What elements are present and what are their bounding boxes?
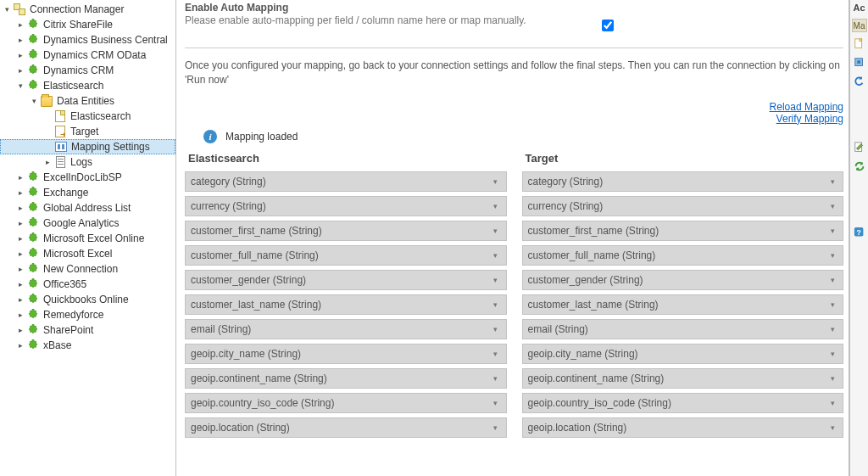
- source-field-dropdown[interactable]: customer_full_name (String)▾: [185, 245, 507, 266]
- chevron-down-icon[interactable]: ▾: [826, 299, 838, 311]
- expand-icon[interactable]: ▸: [15, 233, 25, 244]
- chevron-down-icon[interactable]: ▾: [826, 176, 838, 188]
- chevron-down-icon[interactable]: ▾: [490, 348, 502, 360]
- chevron-down-icon[interactable]: ▾: [490, 200, 502, 212]
- collapse-icon[interactable]: ▾: [2, 4, 12, 14]
- chevron-down-icon[interactable]: ▾: [490, 249, 502, 261]
- target-field-dropdown[interactable]: geoip.location (String)▾: [522, 417, 844, 438]
- expand-icon[interactable]: ▸: [42, 157, 53, 167]
- expand-icon[interactable]: ▸: [15, 35, 25, 45]
- tree-item[interactable]: Mapping Settings: [0, 139, 175, 154]
- tree-item[interactable]: ▸New Connection: [0, 261, 175, 277]
- tree-item[interactable]: ▸Dynamics Business Central: [0, 32, 175, 48]
- target-field-dropdown[interactable]: geoip.country_iso_code (String)▾: [522, 393, 844, 413]
- reload-mapping-link[interactable]: Reload Mapping: [185, 101, 843, 113]
- chevron-down-icon[interactable]: ▾: [490, 176, 502, 188]
- verify-mapping-link[interactable]: Verify Mapping: [185, 113, 843, 125]
- tree-item[interactable]: ▸Dynamics CRM: [0, 63, 175, 78]
- chevron-down-icon[interactable]: ▾: [490, 397, 502, 409]
- new-document-icon[interactable]: [853, 37, 866, 51]
- expand-icon[interactable]: ▸: [15, 279, 25, 289]
- target-field-dropdown[interactable]: email (String)▾: [522, 319, 844, 339]
- tree-item[interactable]: ▸Logs: [0, 154, 175, 170]
- enable-auto-mapping-checkbox[interactable]: [602, 20, 614, 31]
- target-field-dropdown[interactable]: geoip.city_name (String)▾: [522, 344, 844, 364]
- puzzle-icon: [26, 18, 40, 31]
- chevron-down-icon[interactable]: ▾: [826, 323, 838, 335]
- expand-icon[interactable]: ▸: [15, 50, 25, 60]
- expand-icon[interactable]: ▸: [15, 188, 25, 198]
- tree-item[interactable]: ▸Remedyforce: [0, 307, 175, 322]
- tree-item[interactable]: ▸Office365: [0, 277, 175, 292]
- collapse-icon[interactable]: ▾: [15, 81, 25, 91]
- chevron-down-icon[interactable]: ▾: [490, 372, 502, 384]
- tree-root[interactable]: ▾ Connection Manager: [0, 2, 175, 17]
- target-field-dropdown[interactable]: geoip.continent_name (String)▾: [522, 368, 844, 389]
- target-field-dropdown[interactable]: customer_gender (String)▾: [522, 270, 844, 290]
- tree-item[interactable]: ▸Quickbooks Online: [0, 292, 175, 307]
- tree-item[interactable]: ▸Google Analytics: [0, 216, 175, 231]
- chevron-down-icon[interactable]: ▾: [826, 348, 838, 360]
- source-field-dropdown[interactable]: geoip.city_name (String)▾: [185, 344, 507, 364]
- tree-item[interactable]: ▾Elasticsearch: [0, 78, 175, 93]
- target-field-dropdown[interactable]: customer_full_name (String)▾: [522, 245, 844, 266]
- chevron-down-icon[interactable]: ▾: [826, 249, 838, 261]
- edit-page-icon[interactable]: [853, 141, 866, 154]
- expand-icon[interactable]: ▸: [15, 310, 25, 320]
- mapping-settings-pane: Enable Auto Mapping Please enable auto-m…: [176, 0, 849, 476]
- tree-item[interactable]: ▸Global Address List: [0, 200, 175, 216]
- chevron-down-icon[interactable]: ▾: [826, 397, 838, 409]
- chevron-down-icon[interactable]: ▾: [826, 274, 838, 286]
- chevron-down-icon[interactable]: ▾: [826, 372, 838, 384]
- expand-icon[interactable]: ▸: [15, 264, 25, 274]
- source-field-dropdown[interactable]: geoip.continent_name (String)▾: [185, 368, 507, 389]
- expand-icon[interactable]: ▸: [15, 65, 25, 76]
- tree-item[interactable]: ▸Dynamics CRM OData: [0, 48, 175, 63]
- expand-icon[interactable]: ▸: [15, 20, 25, 30]
- help-icon[interactable]: ?: [853, 226, 866, 239]
- tree-item-label: Dynamics CRM: [43, 64, 114, 76]
- target-field-dropdown[interactable]: customer_last_name (String)▾: [522, 294, 844, 315]
- source-field-dropdown[interactable]: customer_last_name (String)▾: [185, 294, 507, 315]
- source-field-dropdown[interactable]: email (String)▾: [185, 319, 507, 339]
- tree-item[interactable]: Target: [0, 124, 175, 139]
- chevron-down-icon[interactable]: ▾: [490, 323, 502, 335]
- source-field-dropdown[interactable]: category (String)▾: [185, 171, 507, 192]
- source-field-dropdown[interactable]: customer_first_name (String)▾: [185, 221, 507, 241]
- tree-item[interactable]: Elasticsearch: [0, 109, 175, 124]
- undo-icon[interactable]: [853, 75, 866, 88]
- expand-icon[interactable]: ▸: [15, 218, 25, 228]
- tree-item[interactable]: ▸Microsoft Excel Online: [0, 231, 175, 246]
- chevron-down-icon[interactable]: ▾: [826, 225, 838, 237]
- source-field-dropdown[interactable]: geoip.location (String)▾: [185, 417, 507, 438]
- tree-item[interactable]: ▸ExcelInDocLibSP: [0, 170, 175, 185]
- target-field-dropdown[interactable]: customer_first_name (String)▾: [522, 221, 844, 241]
- refresh-icon[interactable]: [853, 160, 866, 173]
- expand-icon[interactable]: ▸: [15, 203, 25, 213]
- expand-icon[interactable]: ▸: [15, 325, 25, 335]
- target-field-dropdown[interactable]: currency (String)▾: [522, 196, 844, 216]
- expand-icon[interactable]: ▸: [15, 249, 25, 259]
- tree-item[interactable]: ▾Data Entities: [0, 93, 175, 109]
- chevron-down-icon[interactable]: ▾: [826, 200, 838, 212]
- chevron-down-icon[interactable]: ▾: [826, 422, 838, 434]
- expand-icon[interactable]: ▸: [15, 340, 25, 350]
- tree-item[interactable]: ▸xBase: [0, 338, 175, 353]
- collapse-icon[interactable]: ▾: [29, 96, 39, 106]
- expand-icon[interactable]: ▸: [15, 294, 25, 305]
- chevron-down-icon[interactable]: ▾: [490, 225, 502, 237]
- chevron-down-icon[interactable]: ▾: [490, 274, 502, 286]
- tree-item[interactable]: ▸Exchange: [0, 185, 175, 200]
- source-field-dropdown[interactable]: geoip.country_iso_code (String)▾: [185, 393, 507, 413]
- source-field-dropdown[interactable]: currency (String)▾: [185, 196, 507, 216]
- tree-item[interactable]: ▸Microsoft Excel: [0, 246, 175, 261]
- tree-item[interactable]: ▸SharePoint: [0, 322, 175, 338]
- chevron-down-icon[interactable]: ▾: [490, 299, 502, 311]
- expand-icon[interactable]: ▸: [15, 172, 25, 182]
- settings-cube-icon[interactable]: [853, 56, 866, 70]
- tree-item[interactable]: ▸Citrix ShareFile: [0, 17, 175, 32]
- source-field-dropdown[interactable]: customer_gender (String)▾: [185, 270, 507, 290]
- target-field-dropdown[interactable]: category (String)▾: [522, 171, 844, 192]
- right-tab[interactable]: Ma: [852, 19, 867, 32]
- chevron-down-icon[interactable]: ▾: [490, 422, 502, 434]
